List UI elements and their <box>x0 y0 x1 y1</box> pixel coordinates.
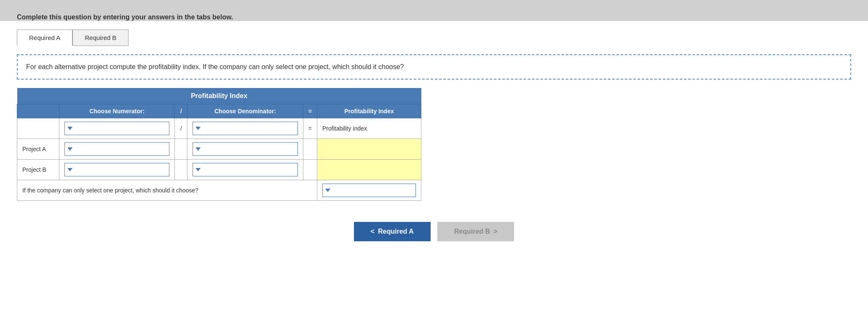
tab-required-b[interactable]: Required B <box>72 29 129 46</box>
row-project-b-numerator-trigger[interactable] <box>64 163 169 176</box>
row-0-result: Profitability index <box>317 118 421 139</box>
row-0-denominator-trigger[interactable] <box>193 122 297 135</box>
question-row-text: If the company can only select one proje… <box>17 180 317 201</box>
header-numerator: Choose Numerator: <box>59 104 175 118</box>
row-project-b-slash <box>175 160 188 180</box>
question-box: For each alternative project compute the… <box>17 54 851 80</box>
header-denominator: Choose Denominator: <box>188 104 303 118</box>
chevron-left-icon: < <box>371 228 375 235</box>
row-project-a-denominator-arrow-icon <box>196 147 201 151</box>
btn-required-a[interactable]: < Required A <box>354 222 431 241</box>
row-project-a-slash <box>175 139 188 160</box>
table-row-0: / = Profitability index <box>17 118 421 139</box>
tab-required-b-label: Required B <box>85 34 116 41</box>
question-row-input-trigger[interactable] <box>322 184 416 197</box>
header-equals: = <box>303 104 317 118</box>
row-0-numerator-trigger[interactable] <box>64 122 169 135</box>
btn-required-a-label: Required A <box>378 228 414 235</box>
question-row-input-cell[interactable] <box>317 180 421 201</box>
row-project-a-denominator-trigger[interactable] <box>193 142 297 156</box>
row-project-b-label: Project B <box>17 160 59 180</box>
table-title-row: Profitability Index <box>17 88 421 104</box>
header-result: Profitability Index <box>317 104 421 118</box>
tabs-row: Required A Required B <box>17 29 851 46</box>
row-0-denominator-arrow-icon <box>196 127 201 130</box>
row-project-a-numerator-dropdown[interactable] <box>59 139 175 160</box>
btn-required-b[interactable]: Required B > <box>437 222 514 241</box>
btn-required-b-label: Required B <box>454 228 490 235</box>
profitability-table: Profitability Index Choose Numerator: / … <box>17 88 421 201</box>
row-0-numerator-dropdown[interactable] <box>59 118 175 139</box>
row-0-equals: = <box>303 118 317 139</box>
question-row: If the company can only select one proje… <box>17 180 421 201</box>
table-header-row: Choose Numerator: / Choose Denominator: … <box>17 104 421 118</box>
table-row-project-a: Project A <box>17 139 421 160</box>
tab-required-a[interactable]: Required A <box>17 29 72 46</box>
row-project-a-numerator-arrow-icon <box>67 147 72 151</box>
question-text: For each alternative project compute the… <box>26 63 404 70</box>
header-empty <box>17 104 59 118</box>
row-project-a-numerator-trigger[interactable] <box>64 142 169 156</box>
row-project-a-denominator-dropdown[interactable] <box>188 139 303 160</box>
row-project-b-equals <box>303 160 317 180</box>
row-project-b-denominator-arrow-icon <box>196 168 201 171</box>
tab-required-a-label: Required A <box>29 34 60 41</box>
row-project-a-equals <box>303 139 317 160</box>
row-0-slash: / <box>175 118 188 139</box>
row-project-a-result <box>317 139 421 160</box>
table-title: Profitability Index <box>17 88 421 104</box>
row-project-b-denominator-trigger[interactable] <box>193 163 297 176</box>
top-bar: Complete this question by entering your … <box>0 0 868 21</box>
row-project-b-numerator-dropdown[interactable] <box>59 160 175 180</box>
table-row-project-b: Project B <box>17 160 421 180</box>
row-0-label <box>17 118 59 139</box>
row-project-b-numerator-arrow-icon <box>67 168 72 171</box>
question-row-arrow-icon <box>325 189 330 192</box>
top-bar-text: Complete this question by entering your … <box>17 13 233 21</box>
row-0-numerator-arrow-icon <box>67 127 72 130</box>
row-0-denominator-dropdown[interactable] <box>188 118 303 139</box>
row-project-b-denominator-dropdown[interactable] <box>188 160 303 180</box>
chevron-right-icon: > <box>493 228 497 235</box>
tabs-area: Required A Required B <box>0 21 868 46</box>
header-slash: / <box>175 104 188 118</box>
page-wrapper: Complete this question by entering your … <box>0 0 868 336</box>
row-project-a-label: Project A <box>17 139 59 160</box>
row-project-b-result <box>317 160 421 180</box>
main-content: Profitability Index Choose Numerator: / … <box>0 88 868 201</box>
nav-buttons: < Required A Required B > <box>0 213 868 250</box>
